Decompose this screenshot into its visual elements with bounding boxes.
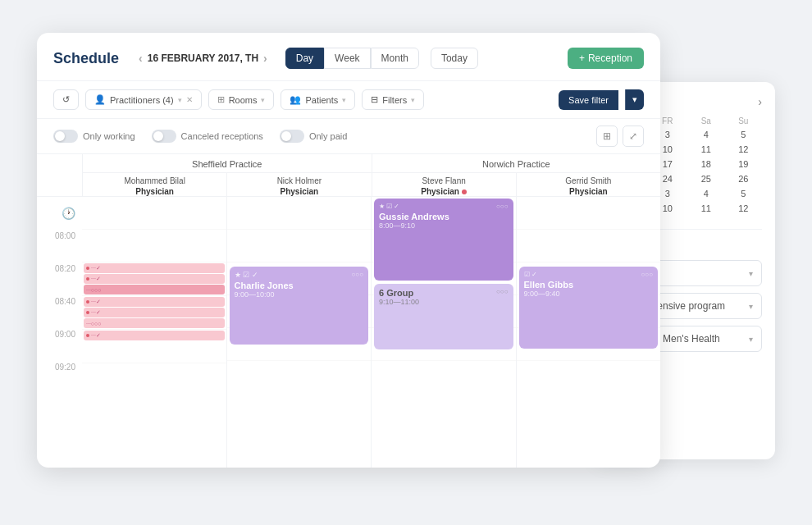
expand-view-button[interactable]: ⤢: [623, 126, 644, 147]
sheffield-practice-name: Sheffield Practice: [83, 154, 372, 173]
patients-icon: 👥: [290, 94, 301, 105]
plus-icon: +: [579, 52, 585, 64]
appointment-pink[interactable]: ···✓: [84, 274, 225, 284]
filters-button[interactable]: ⊟ Filters ▾: [362, 89, 424, 110]
sheffield-practitioners: Mohammed Bilal Physician Nick Holmer Phy…: [83, 173, 372, 196]
view-week-button[interactable]: Week: [324, 48, 370, 69]
cal-day[interactable]: 18: [687, 157, 724, 171]
only-paid-toggle[interactable]: Only paid: [280, 130, 347, 143]
grid-row: ···✓ ···✓ ···○○○: [82, 263, 226, 296]
rooms-label: Rooms: [229, 95, 258, 105]
appointment-pink[interactable]: ···✓: [84, 308, 225, 317]
appointment-pink[interactable]: ···✓: [84, 297, 225, 307]
practitioners-icon: 👤: [94, 94, 106, 105]
norwich-practitioners: Steve Flann Physician Gerrid Smith Physi…: [372, 173, 661, 196]
appt-name: Ellen Gibbs: [524, 280, 574, 290]
practitioner-col-smith: Gerrid Smith Physician: [517, 173, 660, 196]
cal-day[interactable]: 12: [725, 201, 763, 216]
cal-day[interactable]: 26: [725, 171, 763, 186]
practitioner-name-holmer: Nick Holmer: [230, 176, 367, 185]
patients-filter[interactable]: 👥 Patients ▾: [281, 89, 355, 110]
schedule-title: Schedule: [53, 50, 119, 67]
toggle-thumb: [55, 131, 65, 141]
appt-time: 9:00—10:00: [235, 290, 294, 299]
practitioner-role-flann: Physician: [376, 187, 513, 196]
grid-col-flann: ★ ☑ ✓ Gussie Andrews 8:00—9:10 ○○○: [372, 197, 517, 468]
cal-day[interactable]: 5: [725, 127, 763, 142]
practitioner-name-bilal: Mohammed Bilal: [86, 176, 223, 185]
appt-name: Charlie Jones: [235, 281, 294, 290]
appointment-pink[interactable]: ···✓: [84, 331, 225, 340]
grid-content: ···✓ ···✓ ···○○○ ···✓ ···✓ ···○○○ ···✓: [82, 197, 660, 468]
grid-col-smith: ☑ ✓ Ellen Gibbs 9:00—9:40 ○○○: [517, 197, 661, 468]
practitioner-col-holmer: Nick Holmer Physician: [227, 173, 371, 196]
appointment-ellen-gibbs[interactable]: ☑ ✓ Ellen Gibbs 9:00—9:40 ○○○: [519, 267, 659, 349]
view-buttons: Day Week Month: [285, 48, 419, 69]
today-button[interactable]: Today: [431, 48, 478, 69]
toggle-track[interactable]: [280, 130, 304, 143]
appointment-charlie-jones[interactable]: ★ ☑ ✓ Charlie Jones 9:00—10:00 ○○○: [230, 267, 369, 345]
grid-row: [517, 197, 661, 230]
view-day-button[interactable]: Day: [285, 48, 324, 69]
grid-row: [517, 230, 661, 262]
filters-label: Filters: [382, 95, 407, 105]
grid-row: [82, 230, 226, 262]
chevron-down-icon: ▾: [411, 96, 415, 104]
back-filter-button[interactable]: ↺: [53, 89, 79, 110]
next-date-button[interactable]: ›: [263, 52, 267, 65]
time-col-header: [37, 154, 82, 196]
save-filter-button[interactable]: Save filter: [559, 90, 618, 110]
time-label-0920: 09:20: [37, 361, 82, 394]
cal-day[interactable]: 19: [725, 157, 763, 171]
time-label-0820: 08:20: [37, 262, 82, 295]
only-working-toggle[interactable]: Only working: [53, 130, 135, 143]
appointment-pink[interactable]: ···✓: [84, 263, 225, 273]
schedule-card: Schedule ‹ 16 FEBRUARY 2017, TH › Day We…: [37, 33, 660, 468]
filters-row: ↺ 👤 Practitioners (4) ▾ ✕ ⊞ Rooms ▾ 👥 Pa…: [37, 81, 660, 119]
reception-button[interactable]: + Reception: [568, 48, 644, 69]
filter-icon: ⊟: [371, 94, 378, 105]
norwich-practice: Norwich Practice Steve Flann Physician G…: [372, 154, 661, 196]
toggle-track[interactable]: [152, 130, 176, 143]
cal-day[interactable]: 5: [725, 186, 763, 201]
back-icon: ↺: [62, 94, 70, 105]
canceled-toggle[interactable]: Canceled receptions: [152, 130, 263, 143]
appointment-pink[interactable]: ···○○○: [84, 318, 225, 328]
cal-header-sa: Sa: [687, 115, 724, 127]
grid-col-bilal: ···✓ ···✓ ···○○○ ···✓ ···✓ ···○○○ ···✓: [82, 197, 227, 468]
time-label-0800: 08:00: [37, 230, 82, 262]
schedule-body: Sheffield Practice Mohammed Bilal Physic…: [37, 154, 660, 468]
only-paid-label: Only paid: [309, 131, 347, 141]
toggle-thumb: [153, 131, 163, 141]
norwich-practice-name: Norwich Practice: [372, 154, 661, 173]
practitioner-role-holmer: Physician: [230, 187, 367, 196]
cal-day[interactable]: 4: [687, 186, 724, 201]
appt-name: Gussie Andrews: [379, 212, 449, 221]
chevron-down-icon: ▾: [749, 269, 753, 278]
cal-day[interactable]: 4: [687, 127, 724, 142]
cal-day[interactable]: 25: [687, 171, 724, 186]
practitioner-role-smith: Physician: [520, 187, 657, 196]
practitioner-col-flann: Steve Flann Physician: [372, 173, 517, 196]
grid-view-button[interactable]: ⊞: [596, 126, 618, 147]
cal-day[interactable]: 11: [687, 201, 724, 216]
appointment-gussie-andrews[interactable]: ★ ☑ ✓ Gussie Andrews 8:00—9:10 ○○○: [374, 199, 513, 281]
save-filter-dropdown[interactable]: ▾: [625, 89, 644, 110]
practitioners-filter[interactable]: 👤 Practitioners (4) ▾ ✕: [85, 89, 202, 110]
cal-day[interactable]: 12: [725, 142, 763, 157]
appointment-group-flann[interactable]: 6 Group 9:10—11:00 ○○○: [374, 284, 513, 349]
view-month-button[interactable]: Month: [371, 48, 419, 69]
mini-cal-next[interactable]: ›: [758, 95, 762, 108]
appointment-pink[interactable]: ···○○○: [84, 285, 225, 294]
sheffield-practice: Sheffield Practice Mohammed Bilal Physic…: [82, 154, 372, 196]
status-dot: [462, 189, 467, 194]
cal-day[interactable]: 11: [687, 142, 724, 157]
clock-icon: 🕐: [37, 197, 82, 230]
close-icon[interactable]: ✕: [186, 95, 193, 104]
rooms-filter[interactable]: ⊞ Rooms ▾: [208, 89, 275, 110]
view-icons: ⊞ ⤢: [596, 126, 644, 147]
prev-date-button[interactable]: ‹: [139, 52, 143, 65]
chevron-down-icon: ▾: [749, 335, 753, 344]
practitioner-role-bilal: Physician: [86, 187, 223, 196]
toggle-track[interactable]: [53, 130, 78, 143]
